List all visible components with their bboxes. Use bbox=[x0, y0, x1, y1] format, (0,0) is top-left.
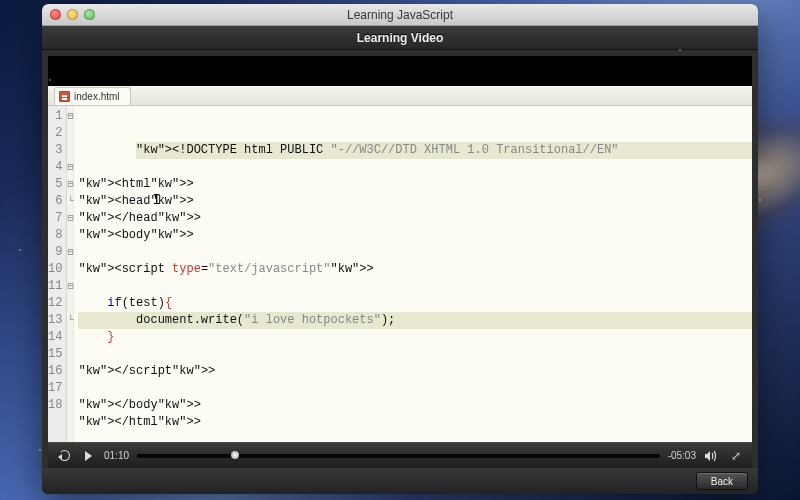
video-black-bar bbox=[48, 56, 752, 86]
footer: Back bbox=[42, 468, 758, 494]
page-header: Learning Video bbox=[42, 26, 758, 50]
video-area: index.html 123456789101112131415161718 ⊟… bbox=[48, 56, 752, 468]
page-title: Learning Video bbox=[357, 31, 443, 45]
rewind-icon bbox=[59, 450, 70, 461]
play-button[interactable] bbox=[80, 448, 96, 464]
volume-button[interactable] bbox=[704, 448, 720, 464]
tab-index-html[interactable]: index.html bbox=[54, 87, 131, 105]
code-area[interactable]: 123456789101112131415161718 ⊟⊟⊟└⊟⊟⊟└ I "… bbox=[48, 106, 752, 442]
back-label: Back bbox=[711, 476, 733, 487]
titlebar: Learning JavaScript bbox=[42, 4, 758, 26]
video-controls: 01:10 -05:03 ⤢ bbox=[48, 442, 752, 468]
play-icon bbox=[85, 451, 92, 461]
elapsed-time: 01:10 bbox=[104, 450, 129, 461]
back-button[interactable]: Back bbox=[696, 472, 748, 490]
volume-icon bbox=[705, 450, 719, 462]
code-editor: index.html 123456789101112131415161718 ⊟… bbox=[48, 86, 752, 442]
editor-tabrow: index.html bbox=[48, 86, 752, 106]
seek-bar[interactable] bbox=[137, 454, 660, 458]
tab-label: index.html bbox=[74, 91, 120, 102]
html-file-icon bbox=[59, 91, 70, 102]
app-window: Learning JavaScript Learning Video index… bbox=[42, 4, 758, 494]
line-gutter: 123456789101112131415161718 bbox=[48, 106, 67, 442]
window-title: Learning JavaScript bbox=[42, 8, 758, 22]
rewind-button[interactable] bbox=[56, 448, 72, 464]
remaining-time: -05:03 bbox=[668, 450, 696, 461]
text-cursor-icon: I bbox=[152, 192, 153, 206]
code-content[interactable]: I "kw"><!DOCTYPE html PUBLIC "-//W3C//DT… bbox=[74, 106, 752, 442]
fold-column: ⊟⊟⊟└⊟⊟⊟└ bbox=[67, 106, 74, 442]
fullscreen-button[interactable]: ⤢ bbox=[728, 448, 744, 464]
fullscreen-icon: ⤢ bbox=[731, 449, 741, 463]
seek-handle[interactable] bbox=[231, 451, 239, 459]
